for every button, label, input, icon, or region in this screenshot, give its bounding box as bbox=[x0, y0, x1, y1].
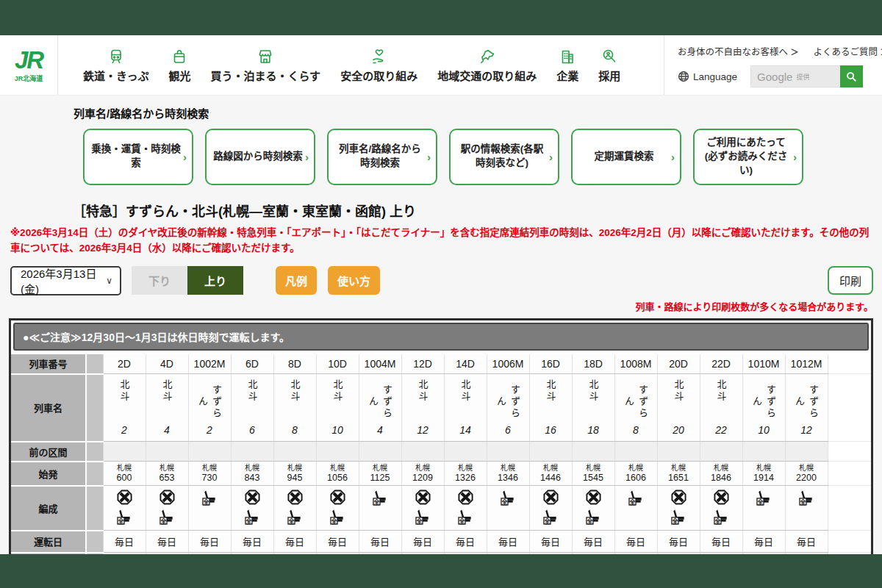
days-cell: 毎日 bbox=[316, 531, 359, 553]
prev-cell bbox=[444, 442, 487, 462]
formation-cell: 全 bbox=[657, 486, 700, 531]
origin-cell: 札幌600 bbox=[103, 462, 146, 486]
route-map-time-search-button[interactable]: 路線図から時刻検索› bbox=[205, 129, 315, 185]
name-cell: 北斗8 bbox=[273, 374, 316, 442]
jr-hokkaido-logo[interactable]: JR JR北海道 bbox=[0, 35, 58, 95]
howto-button[interactable]: 使い方 bbox=[328, 266, 380, 295]
nav-item-recruit[interactable]: 採用 bbox=[598, 48, 620, 83]
seat-all-icon: 全 bbox=[586, 509, 601, 525]
origin-station: 札幌 bbox=[743, 464, 785, 473]
train-name-number: 4 bbox=[377, 424, 383, 436]
train-name: 北斗 bbox=[160, 379, 174, 403]
legend-button[interactable]: 凡例 bbox=[276, 266, 317, 295]
language-label: Language bbox=[693, 71, 737, 82]
number-cell: 1012M bbox=[785, 354, 828, 374]
schedule-revision-notice: ※2026年3月14日（土）のダイヤ改正後の新幹線・特急列車・「エアポート」・「… bbox=[10, 225, 873, 257]
number-cell: 1010M bbox=[742, 354, 785, 374]
nav-label: 買う・泊まる・くらす bbox=[210, 68, 320, 83]
nav-item-safety[interactable]: 安全の取り組み bbox=[340, 48, 417, 83]
usage-notes-button[interactable]: ご利用にあたって(必ずお読みください)› bbox=[693, 129, 803, 185]
x-octagon-icon bbox=[287, 490, 303, 505]
origin-time: 1846 bbox=[700, 473, 742, 484]
timetable-controls: 2026年3月13日(金) ∨ 下り 上り 凡例 使い方 印刷 bbox=[10, 266, 873, 295]
direction-down-button[interactable]: 下り bbox=[132, 266, 187, 295]
days-cell: 毎日 bbox=[742, 531, 785, 553]
origin-station: 札幌 bbox=[700, 464, 742, 473]
search-placeholder: Google bbox=[757, 71, 792, 83]
faq-link[interactable]: よくあるご質問 ＞ bbox=[814, 44, 882, 58]
origin-station: 札幌 bbox=[359, 464, 401, 473]
train-name-number: 8 bbox=[633, 424, 639, 436]
nav-item-tourism[interactable]: 観光 bbox=[168, 48, 190, 83]
number-cell: 1004M bbox=[359, 354, 401, 374]
origin-station: 札幌 bbox=[104, 464, 146, 473]
transfer-fare-time-search-button[interactable]: 乗換・運賃・時刻検索› bbox=[83, 129, 193, 185]
seat-all-icon: 全 bbox=[373, 490, 388, 506]
seat-all-icon: 全 bbox=[714, 509, 729, 525]
direction-toggle: 下り 上り bbox=[132, 266, 243, 295]
caution-bar: ●≪ご注意≫12月30日〜1月3日は休日時刻で運転します。 bbox=[13, 323, 869, 351]
seat-all-icon: 全 bbox=[245, 509, 260, 525]
formation-cell: 全 bbox=[785, 486, 828, 531]
svg-text:全: 全 bbox=[202, 498, 209, 506]
station-info-search-button[interactable]: 駅の情報検索(各駅時刻表など)› bbox=[449, 129, 559, 185]
seat-all-icon: 全 bbox=[159, 509, 175, 525]
prev-cell bbox=[487, 442, 529, 462]
days-cell: 毎日 bbox=[103, 531, 146, 553]
language-selector[interactable]: Language bbox=[678, 71, 737, 82]
x-octagon-icon bbox=[586, 490, 601, 505]
train-name-number: 2 bbox=[207, 424, 212, 436]
chevron-right-icon: › bbox=[427, 149, 431, 165]
origin-cell: 札幌1606 bbox=[614, 462, 657, 486]
date-select[interactable]: 2026年3月13日(金) ∨ bbox=[10, 266, 121, 295]
origin-time: 945 bbox=[274, 473, 316, 484]
accessibility-link[interactable]: お身体の不自由なお客様へ ＞ bbox=[678, 44, 799, 58]
number-cell: 1002M bbox=[188, 354, 231, 374]
nav-label: 企業 bbox=[556, 68, 578, 83]
nav-item-shop-stay-live[interactable]: 買う・泊まる・くらす bbox=[210, 48, 320, 83]
origin-time: 1326 bbox=[445, 473, 487, 484]
days-cell: 毎日 bbox=[146, 531, 188, 553]
nav-item-railway-tickets[interactable]: 鉄道・きっぷ bbox=[83, 48, 148, 83]
origin-time: 1606 bbox=[615, 473, 657, 484]
name-cell: すずらん2 bbox=[188, 374, 231, 442]
search-input[interactable]: Google 提供 bbox=[750, 65, 840, 87]
origin-time: 730 bbox=[189, 473, 231, 484]
origin-cell: 札幌1846 bbox=[700, 462, 742, 486]
nav-item-regional-transport[interactable]: 地域交通の取り組み bbox=[437, 48, 537, 83]
svg-text:全: 全 bbox=[159, 517, 167, 525]
origin-time: 1125 bbox=[359, 473, 401, 484]
train-name: 北斗 bbox=[714, 379, 728, 403]
days-cell: 毎日 bbox=[401, 531, 444, 553]
direction-up-button[interactable]: 上り bbox=[187, 266, 243, 295]
x-octagon-icon bbox=[671, 490, 686, 505]
chevron-right-icon: › bbox=[183, 149, 187, 165]
train-name: 北斗 bbox=[245, 379, 259, 403]
formation-cell: 全 bbox=[529, 486, 572, 531]
chevron-right-icon: › bbox=[549, 149, 553, 165]
seat-all-icon: 全 bbox=[628, 490, 644, 506]
origin-cell: 札幌1125 bbox=[359, 462, 401, 486]
name-cell: すずらん10 bbox=[742, 374, 785, 442]
bottom-background-band bbox=[0, 554, 882, 588]
print-button[interactable]: 印刷 bbox=[828, 266, 873, 295]
site-search: Google 提供 bbox=[750, 65, 863, 87]
name-cell: すずらん4 bbox=[359, 374, 401, 442]
train-name: すずらん bbox=[792, 379, 820, 424]
commuter-fare-search-button[interactable]: 定期運賃検索› bbox=[571, 129, 681, 185]
origin-station: 札幌 bbox=[232, 464, 273, 473]
x-octagon-icon bbox=[245, 490, 260, 505]
x-octagon-icon bbox=[117, 490, 132, 505]
train-line-name-time-search-button[interactable]: 列車名/路線名から時刻検索› bbox=[327, 129, 437, 185]
origin-cell: 札幌1326 bbox=[444, 462, 487, 486]
nav-item-company[interactable]: 企業 bbox=[556, 48, 578, 83]
nav-label: 地域交通の取り組み bbox=[437, 68, 537, 83]
origin-time: 1446 bbox=[530, 473, 572, 484]
seat-all-icon: 全 bbox=[543, 509, 559, 525]
origin-time: 600 bbox=[104, 473, 146, 484]
search-button[interactable] bbox=[840, 65, 863, 87]
train-name: すずらん bbox=[196, 379, 223, 424]
origin-cell: 札幌1209 bbox=[401, 462, 444, 486]
x-octagon-icon bbox=[714, 490, 729, 505]
seat-all-icon: 全 bbox=[330, 509, 345, 525]
